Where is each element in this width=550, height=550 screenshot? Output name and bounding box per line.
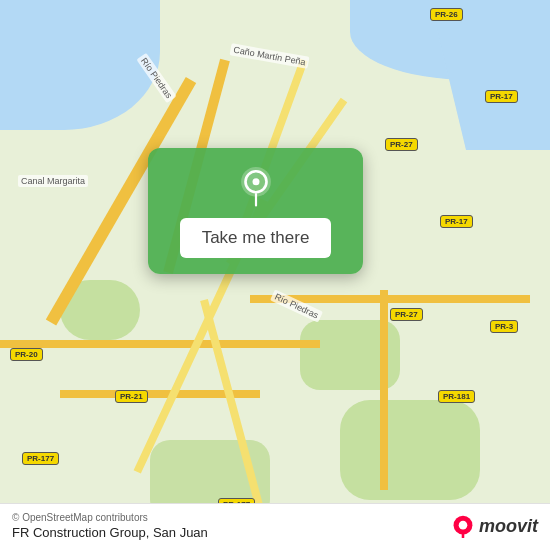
pr-badge-pr-27-mid: PR-27 xyxy=(390,308,423,321)
pr-badge-pr-26: PR-26 xyxy=(430,8,463,21)
moovit-logo: moovit xyxy=(451,514,538,538)
location-pin-icon xyxy=(235,166,277,208)
svg-point-2 xyxy=(252,178,259,185)
bottom-left: © OpenStreetMap contributors FR Construc… xyxy=(12,512,208,540)
pr-badge-pr-17-right: PR-17 xyxy=(485,90,518,103)
pr-badge-pr-177-bottom: PR-177 xyxy=(22,452,59,465)
pr-badge-pr-27-top: PR-27 xyxy=(385,138,418,151)
pr-badge-pr-20: PR-20 xyxy=(10,348,43,361)
card-overlay: Take me there xyxy=(148,148,363,274)
road-vertical-1 xyxy=(380,290,388,490)
take-me-there-button[interactable]: Take me there xyxy=(180,218,332,258)
pr-badge-pr-3: PR-3 xyxy=(490,320,518,333)
map-container: Río PiedrasCaño Martín PeñaCanal Margari… xyxy=(0,0,550,550)
osm-credit: © OpenStreetMap contributors xyxy=(12,512,208,523)
road-label-canal-margarita: Canal Margarita xyxy=(18,175,88,187)
location-title: FR Construction Group, San Juan xyxy=(12,525,208,540)
moovit-pin-icon xyxy=(451,514,475,538)
bottom-bar: © OpenStreetMap contributors FR Construc… xyxy=(0,503,550,550)
pr-badge-pr-21: PR-21 xyxy=(115,390,148,403)
pr-badge-pr-17-mid: PR-17 xyxy=(440,215,473,228)
green-area-3 xyxy=(340,400,480,500)
road-horizontal-1 xyxy=(0,340,320,348)
svg-point-4 xyxy=(459,521,468,530)
moovit-text: moovit xyxy=(479,516,538,537)
pr-badge-pr-181: PR-181 xyxy=(438,390,475,403)
